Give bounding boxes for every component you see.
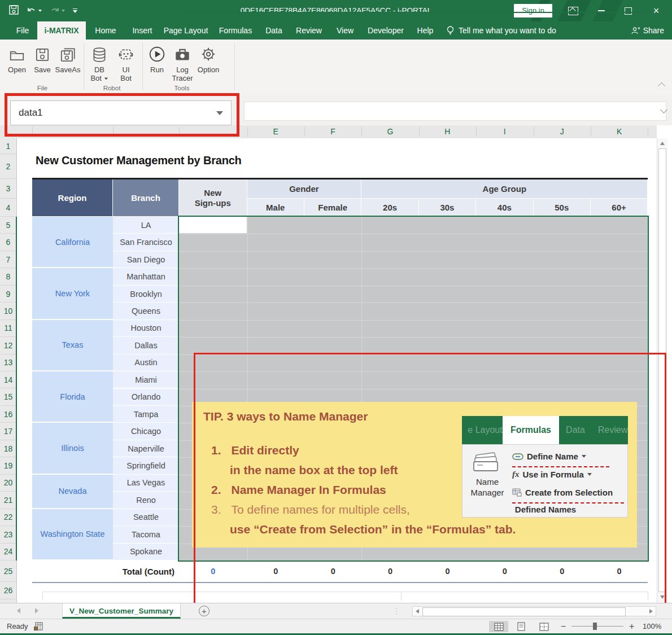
row-header-12[interactable]: 12 <box>0 337 16 354</box>
branch-cell-la[interactable]: LA <box>113 217 179 234</box>
add-sheet-icon[interactable]: + <box>199 606 210 616</box>
prev-sheet-icon[interactable] <box>17 608 20 614</box>
redo-button[interactable] <box>50 6 65 15</box>
region-cell-california[interactable]: California <box>32 217 113 268</box>
row-header-2[interactable]: 2 <box>0 154 16 179</box>
branch-cell-san-francisco[interactable]: San Francisco <box>113 234 179 251</box>
branch-cell-chicago[interactable]: Chicago <box>113 423 179 440</box>
row-header-14[interactable]: 14 <box>0 371 16 388</box>
tell-me-box[interactable]: Tell me what you want to do <box>446 21 556 40</box>
undo-button[interactable] <box>27 6 42 15</box>
ribbon-button-saveas[interactable]: SaveAs <box>50 44 85 74</box>
row-header-16[interactable]: 16 <box>0 406 16 423</box>
region-cell-nevada[interactable]: Nevada <box>32 475 113 509</box>
branch-cell-las-vegas[interactable]: Las Vegas <box>113 475 179 492</box>
row-header-5[interactable]: 5 <box>0 217 16 234</box>
row-header-22[interactable]: 22 <box>0 509 16 526</box>
ribbon-tab-page-layout[interactable]: Page Layout <box>159 21 212 40</box>
column-header-E[interactable]: E <box>247 125 304 138</box>
row-header-21[interactable]: 21 <box>0 492 16 509</box>
row-header-11[interactable]: 11 <box>0 320 16 337</box>
ribbon-tab-insert[interactable]: Insert <box>125 21 159 40</box>
branch-cell-seattle[interactable]: Seattle <box>113 509 179 526</box>
branch-cell-miami[interactable]: Miami <box>113 371 179 388</box>
sheet-tab-active[interactable]: V_New_Customer_Summary <box>62 603 181 619</box>
macro-record-icon[interactable] <box>34 622 43 632</box>
row-header-13[interactable]: 13 <box>0 354 16 371</box>
scroll-left-icon[interactable] <box>416 609 419 614</box>
ribbon-display-options-icon[interactable] <box>562 0 584 21</box>
row-header-15[interactable]: 15 <box>0 389 16 406</box>
row-header-6[interactable]: 6 <box>0 234 16 251</box>
row-header-10[interactable]: 10 <box>0 303 16 319</box>
column-header-F[interactable]: F <box>304 125 361 138</box>
minimize-icon[interactable] <box>590 0 613 21</box>
branch-cell-queens[interactable]: Queens <box>113 303 179 319</box>
row-header-3[interactable]: 3 <box>0 179 16 199</box>
customize-quick-access-icon[interactable] <box>73 8 77 14</box>
column-header-J[interactable]: J <box>534 125 591 138</box>
ribbon-button-ui-bot[interactable]: UI Bot <box>108 44 143 82</box>
undo-dropdown-icon[interactable] <box>38 10 42 12</box>
page-break-view-icon[interactable] <box>534 621 553 632</box>
row-header-4[interactable]: 4 <box>0 199 16 217</box>
branch-cell-springfield[interactable]: Springfield <box>113 457 179 474</box>
zoom-in-icon[interactable]: + <box>629 619 634 634</box>
page-layout-view-icon[interactable] <box>512 621 531 632</box>
row-header-20[interactable]: 20 <box>0 475 16 492</box>
formula-input[interactable] <box>244 102 666 121</box>
row-header-17[interactable]: 17 <box>0 423 16 440</box>
row-header-25[interactable]: 25 <box>0 560 16 582</box>
ribbon-tab-review[interactable]: Review <box>289 21 329 40</box>
save-icon[interactable] <box>9 5 19 17</box>
branch-cell-reno[interactable]: Reno <box>113 492 179 509</box>
branch-cell-manhattan[interactable]: Manhattan <box>113 268 179 285</box>
branch-cell-dallas[interactable]: Dallas <box>113 337 179 354</box>
row-header-18[interactable]: 18 <box>0 440 16 457</box>
row-header-26[interactable]: 26 <box>0 582 16 599</box>
branch-cell-houston[interactable]: Houston <box>113 320 179 337</box>
branch-cell-naperville[interactable]: Naperville <box>113 440 179 457</box>
horizontal-scrollbar-thumb[interactable] <box>422 607 626 616</box>
ribbon-tab-view[interactable]: View <box>329 21 361 40</box>
ribbon-tab-data[interactable]: Data <box>259 21 289 40</box>
close-icon[interactable]: × <box>645 0 667 21</box>
zoom-slider-track[interactable] <box>571 626 623 627</box>
collapse-ribbon-icon[interactable] <box>658 82 665 90</box>
ribbon-tab-help[interactable]: Help <box>410 21 440 40</box>
row-header-1[interactable]: 1 <box>0 138 16 154</box>
region-cell-illinois[interactable]: Illinois <box>32 423 113 474</box>
horizontal-scrollbar[interactable] <box>412 606 656 616</box>
branch-cell-austin[interactable]: Austin <box>113 354 179 371</box>
maximize-icon[interactable] <box>617 0 639 21</box>
column-header-G[interactable]: G <box>361 125 418 138</box>
region-cell-washington-state[interactable]: Washington State <box>32 509 113 560</box>
column-header-H[interactable]: H <box>419 125 476 138</box>
ribbon-button-option[interactable]: Option <box>191 44 226 74</box>
scroll-right-icon[interactable] <box>649 609 653 614</box>
branch-cell-tacoma[interactable]: Tacoma <box>113 526 179 543</box>
branch-cell-tampa[interactable]: Tampa <box>113 406 179 423</box>
scroll-up-icon[interactable] <box>660 142 665 145</box>
zoom-slider-thumb[interactable] <box>593 623 597 630</box>
active-cell[interactable] <box>179 217 247 233</box>
region-cell-new-york[interactable]: New York <box>32 268 113 319</box>
row-header-19[interactable]: 19 <box>0 457 16 474</box>
column-header-I[interactable]: I <box>476 125 533 138</box>
column-header-K[interactable]: K <box>591 125 648 138</box>
row-header-8[interactable]: 8 <box>0 268 16 285</box>
row-header-9[interactable]: 9 <box>0 286 16 303</box>
sign-in-button[interactable]: Sign in <box>514 4 552 17</box>
ribbon-tab-home[interactable]: Home <box>86 21 125 40</box>
ribbon-tab-i-matrix[interactable]: i-MATRIX <box>37 21 86 40</box>
normal-view-icon[interactable] <box>489 621 508 632</box>
next-sheet-icon[interactable] <box>35 608 38 614</box>
tab-splitter-dots[interactable]: ··· <box>395 607 397 616</box>
region-cell-florida[interactable]: Florida <box>32 371 113 423</box>
ribbon-tab-file[interactable]: File <box>8 21 37 40</box>
row-header-23[interactable]: 23 <box>0 526 16 543</box>
row-header-24[interactable]: 24 <box>0 544 16 560</box>
region-cell-texas[interactable]: Texas <box>32 320 113 371</box>
branch-cell-san-diego[interactable]: San Diego <box>113 251 179 268</box>
row-header-7[interactable]: 7 <box>0 251 16 268</box>
